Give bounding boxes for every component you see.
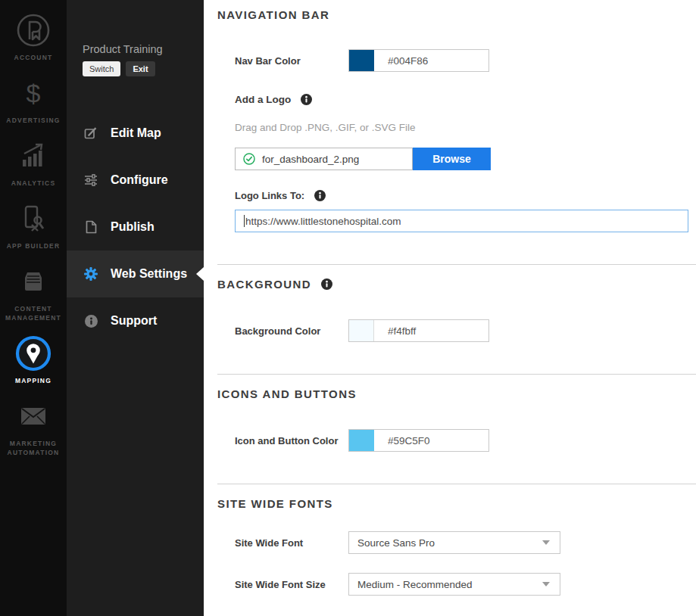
gear-icon	[84, 267, 98, 281]
dollar-icon: $	[27, 73, 41, 113]
project-sidebar: Product Training Switch Exit Edit Map	[67, 0, 204, 616]
section-title-navigation-bar: NAVIGATION BAR	[217, 8, 696, 21]
section-divider	[217, 374, 696, 375]
info-icon[interactable]	[321, 278, 332, 290]
logo-links-value: https://www.littlestonehospital.com	[245, 216, 401, 227]
switch-button[interactable]: Switch	[83, 61, 120, 76]
envelope-icon	[20, 397, 47, 436]
sidebar-item-label: Support	[111, 314, 157, 328]
map-pin-icon	[14, 334, 53, 373]
sidebar-item-label: Edit Map	[111, 126, 161, 140]
logo-file-input[interactable]: for_dashboard_2.png	[235, 148, 413, 170]
web-settings-panel: NAVIGATION BAR Nav Bar Color #004F86 Add…	[204, 0, 696, 616]
section-title-site-wide-fonts: SITE WIDE FONTS	[217, 497, 696, 510]
icon-button-color-swatch[interactable]	[349, 430, 374, 451]
rail-label: APP BUILDER	[2, 241, 65, 250]
info-circle-icon	[84, 315, 98, 328]
nav-bar-color-row: Nav Bar Color #004F86	[235, 49, 696, 72]
background-color-input[interactable]: #f4fbff	[348, 319, 489, 342]
rail-item-marketing-automation[interactable]: MARKETING AUTOMATION	[0, 397, 67, 457]
active-item-pointer	[196, 267, 204, 281]
nav-bar-color-input[interactable]: #004F86	[348, 49, 489, 72]
logo-file-row: for_dashboard_2.png Browse	[235, 148, 696, 170]
site-wide-font-size-value: Medium - Recommended	[357, 579, 473, 590]
site-wide-font-size-label: Site Wide Font Size	[235, 579, 348, 590]
sidebar-item-edit-map[interactable]: Edit Map	[67, 110, 204, 157]
exit-button[interactable]: Exit	[126, 61, 154, 76]
site-wide-font-label: Site Wide Font	[235, 537, 348, 549]
nav-bar-color-label: Nav Bar Color	[235, 55, 348, 67]
background-color-label: Background Color	[235, 325, 348, 337]
logo-links-label: Logo Links To:	[235, 190, 304, 201]
section-title-text: ICONS AND BUTTONS	[217, 387, 357, 400]
section-title-icons-buttons: ICONS AND BUTTONS	[217, 387, 696, 400]
browse-button[interactable]: Browse	[413, 148, 491, 170]
pencil-icon	[84, 126, 98, 140]
sliders-icon	[84, 174, 98, 186]
icon-button-color-label: Icon and Button Color	[235, 435, 348, 446]
bar-chart-icon	[20, 136, 47, 176]
rail-label: CONTENT MANAGEMENT	[2, 304, 65, 322]
rail-label: MAPPING	[2, 376, 65, 385]
sidebar-item-label: Configure	[111, 173, 168, 187]
info-icon[interactable]	[314, 190, 326, 201]
rail-item-mapping[interactable]: MAPPING	[0, 334, 67, 385]
background-color-swatch[interactable]	[349, 320, 374, 341]
rail-item-advertising[interactable]: $ ADVERTISING	[0, 73, 67, 125]
check-circle-icon	[243, 153, 255, 165]
rail-item-app-builder[interactable]: APP BUILDER	[0, 199, 67, 250]
sidebar-item-publish[interactable]: Publish	[67, 204, 204, 250]
account-icon	[14, 11, 52, 50]
rail-label: ADVERTISING	[2, 116, 65, 125]
nav-bar-color-swatch[interactable]	[349, 50, 374, 71]
archive-box-icon	[19, 262, 48, 301]
nav-bar-color-value: #004F86	[388, 55, 428, 67]
add-logo-label: Add a Logo	[235, 94, 291, 105]
drop-hint-text: Drag and Drop .PNG, .GIF, or .SVG File	[235, 122, 696, 133]
site-wide-font-row: Site Wide Font Source Sans Pro	[235, 531, 696, 554]
section-title-background: BACKGROUND	[217, 278, 696, 291]
background-color-row: Background Color #f4fbff	[235, 319, 696, 342]
sidebar-nav: Edit Map Configure Publish	[67, 110, 204, 344]
rail-item-account[interactable]: ACCOUNT	[0, 11, 67, 62]
rail-label: ANALYTICS	[2, 179, 65, 188]
info-icon[interactable]	[301, 94, 312, 105]
icon-button-color-value: #59C5F0	[388, 435, 430, 446]
site-wide-font-size-row: Site Wide Font Size Medium - Recommended	[235, 573, 696, 596]
app-rail: ACCOUNT $ ADVERTISING ANALYTICS	[0, 0, 67, 616]
project-header: Product Training Switch Exit	[67, 43, 204, 76]
text-cursor	[244, 215, 245, 227]
icon-button-color-row: Icon and Button Color #59C5F0	[235, 429, 696, 452]
icon-button-color-input[interactable]: #59C5F0	[348, 429, 489, 452]
rail-label: ACCOUNT	[2, 53, 65, 62]
rail-item-content-management[interactable]: CONTENT MANAGEMENT	[0, 262, 67, 322]
site-wide-font-select[interactable]: Source Sans Pro	[348, 531, 560, 554]
rail-item-analytics[interactable]: ANALYTICS	[0, 136, 67, 188]
logo-file-name: for_dashboard_2.png	[262, 154, 359, 165]
section-divider	[217, 264, 696, 265]
site-wide-font-size-select[interactable]: Medium - Recommended	[348, 573, 560, 596]
logo-links-header: Logo Links To:	[235, 190, 696, 201]
site-wide-font-value: Source Sans Pro	[357, 537, 435, 549]
chevron-down-icon	[542, 582, 550, 586]
sidebar-item-label: Publish	[111, 220, 154, 234]
background-color-value: #f4fbff	[388, 325, 416, 337]
add-logo-header: Add a Logo	[235, 94, 696, 105]
sidebar-item-configure[interactable]: Configure	[67, 157, 204, 204]
rail-label: MARKETING AUTOMATION	[2, 439, 65, 457]
document-icon	[84, 220, 98, 234]
section-title-text: BACKGROUND	[217, 278, 311, 291]
sidebar-item-web-settings[interactable]: Web Settings	[67, 250, 204, 297]
section-title-text: NAVIGATION BAR	[217, 8, 329, 21]
logo-links-input[interactable]: https://www.littlestonehospital.com	[235, 210, 688, 232]
section-divider	[217, 484, 696, 484]
app-builder-icon	[20, 199, 46, 238]
chevron-down-icon	[542, 540, 550, 545]
section-title-text: SITE WIDE FONTS	[217, 497, 333, 510]
sidebar-item-label: Web Settings	[111, 267, 187, 281]
project-title: Product Training	[83, 43, 204, 55]
sidebar-item-support[interactable]: Support	[67, 297, 204, 344]
